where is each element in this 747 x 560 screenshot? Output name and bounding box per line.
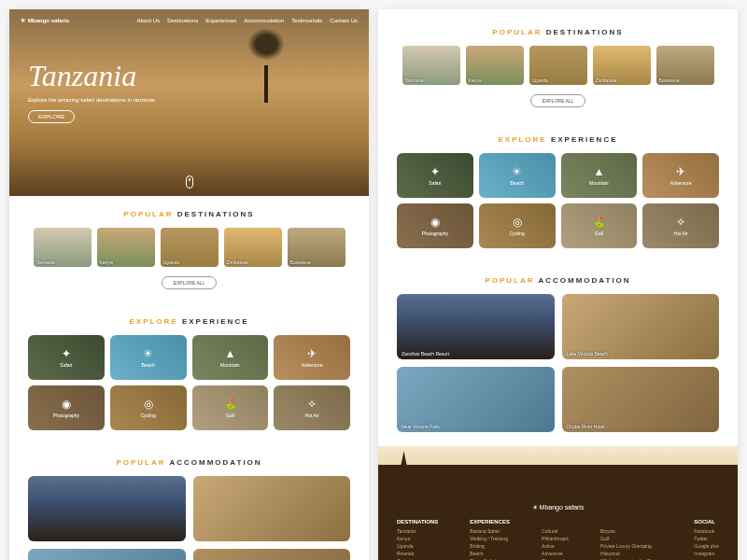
top-nav: ☀Mbango safaris About Us Destinations Ex… xyxy=(9,9,369,31)
footer-col-experiences: EXPERIENCES Banana Safari Walking / Trek… xyxy=(470,519,510,560)
nav-destinations[interactable]: Destinations xyxy=(167,18,198,23)
accommodation-grid: Zanzibar Beach Resort Lake Victoria Beac… xyxy=(397,294,719,432)
mountain-icon: ▲ xyxy=(593,165,604,178)
balloon-icon: ✧ xyxy=(307,398,317,411)
footer-link[interactable]: Beach xyxy=(470,551,510,556)
experience-card-beach[interactable]: ☀Beach xyxy=(110,335,187,380)
footer-link[interactable]: Historical xyxy=(600,551,662,556)
destination-card-zimbabwe[interactable]: Zimbabwe xyxy=(593,46,651,85)
footer-link[interactable]: Kenya xyxy=(397,536,438,541)
golf-icon: ⛳ xyxy=(592,216,606,229)
nav-experiences[interactable]: Experiences xyxy=(205,18,236,23)
nav-contact[interactable]: Contact Us xyxy=(330,18,358,23)
experience-card-adventure[interactable]: ✈Adventure xyxy=(274,335,350,380)
plane-icon: ✈ xyxy=(307,347,317,360)
footer-link[interactable]: Active xyxy=(542,543,569,549)
savanna-silhouette xyxy=(378,465,738,493)
accommodation-card[interactable] xyxy=(28,476,186,541)
accommodation-section-top: POPULAR ACCOMMODATION xyxy=(9,444,369,560)
brand-logo[interactable]: ☀Mbango safaris xyxy=(21,17,69,23)
experience-card-golf[interactable]: ⛳Golf xyxy=(192,385,269,430)
destinations-section-r: POPULAR DESTINATIONS Tanzania Kenya Ugan… xyxy=(378,9,738,121)
experience-card-hotair[interactable]: ✧Hot Air xyxy=(642,203,719,248)
footer-link[interactable]: Bicycle xyxy=(600,528,662,534)
footer-col-experiences3: Bicycle Golf Private Luxury Glamping His… xyxy=(600,519,662,560)
destination-card-zimbabwe[interactable]: Zimbabwe xyxy=(224,228,282,267)
accommodation-card-falls[interactable]: Near Victoria Falls xyxy=(397,367,555,432)
accommodation-title: POPULAR ACCOMMODATION xyxy=(397,276,719,285)
experience-grid: ✦Safari ☀Beach ▲Mountain ✈Adventure ◉Pho… xyxy=(397,153,719,248)
accommodation-section-r: POPULAR ACCOMMODATION Zanzibar Beach Res… xyxy=(378,262,738,446)
destination-card-kenya[interactable]: Kenya xyxy=(466,46,524,85)
accommodation-card-chobe[interactable]: Chobe River Hotel xyxy=(562,367,720,432)
footer-link[interactable]: Uganda xyxy=(397,543,438,549)
destination-card-uganda[interactable]: Uganda xyxy=(161,228,218,267)
footer-link[interactable]: Golf xyxy=(600,536,662,541)
footer-link[interactable]: Facebook xyxy=(694,528,719,534)
experience-card-photography[interactable]: ◉Photography xyxy=(28,385,105,430)
destinations-row: Tanzania Kenya Uganda Zimbabwe Botswana xyxy=(28,228,350,267)
destination-card-botswana[interactable]: Botswana xyxy=(288,228,345,267)
experience-card-hotair[interactable]: ✧Hot Air xyxy=(274,385,350,430)
camera-icon: ◉ xyxy=(430,216,440,229)
experience-grid: ✦Safari ☀Beach ▲Mountain ✈Adventure ◉Pho… xyxy=(28,335,350,430)
page-right: POPULAR DESTINATIONS Tanzania Kenya Ugan… xyxy=(378,9,738,560)
footer-link[interactable]: Cultural xyxy=(542,528,569,534)
experience-card-mountain[interactable]: ▲Mountain xyxy=(561,153,638,198)
destination-card-tanzania[interactable]: Tanzania xyxy=(402,46,460,85)
experience-card-mountain[interactable]: ▲Mountain xyxy=(192,335,269,380)
footer-logo[interactable]: ☀ Mbango safaris xyxy=(397,504,719,511)
experience-card-golf[interactable]: ⛳Golf xyxy=(561,203,638,248)
explore-all-button[interactable]: EXPLORE ALL xyxy=(162,276,218,289)
bicycle-icon: ◎ xyxy=(513,216,522,229)
balloon-icon: ✧ xyxy=(676,216,685,229)
footer-link[interactable]: Rwanda xyxy=(397,551,438,556)
footer-link[interactable]: Birding xyxy=(470,543,510,549)
scroll-indicator-icon xyxy=(186,175,193,189)
experience-card-safari[interactable]: ✦Safari xyxy=(397,153,473,198)
experience-section-r: EXPLORE EXPERIENCE ✦Safari ☀Beach ▲Mount… xyxy=(378,121,738,262)
footer-link[interactable]: Twitter xyxy=(694,536,719,541)
accommodation-card-victoria[interactable]: Lake Victoria Beach xyxy=(562,294,720,359)
binoculars-icon: ✦ xyxy=(430,165,440,178)
explore-all-button[interactable]: EXPLORE ALL xyxy=(530,94,586,107)
destinations-title: POPULAR DESTINATIONS xyxy=(28,210,350,218)
destination-card-kenya[interactable]: Kenya xyxy=(97,228,155,267)
hero-tree-graphic xyxy=(238,28,294,103)
footer-silhouette-scene xyxy=(378,446,738,493)
footer-link[interactable]: Private Luxury Glamping xyxy=(600,543,662,549)
footer-link[interactable]: Adventure xyxy=(542,551,569,556)
accommodation-title: POPULAR ACCOMMODATION xyxy=(28,458,350,467)
accommodation-card[interactable] xyxy=(193,549,351,560)
footer-link[interactable]: Philanthropic xyxy=(542,536,569,541)
experience-card-beach[interactable]: ☀Beach xyxy=(479,153,556,198)
nav-accommodation[interactable]: Accommodation xyxy=(244,18,284,23)
footer: ☀ Mbango safaris DESTINATIONS Tanzania K… xyxy=(378,493,738,560)
footer-link[interactable]: Tanzania xyxy=(397,528,438,534)
footer-link[interactable]: Banana Safari xyxy=(470,528,510,534)
experience-card-cycling[interactable]: ◎Cycling xyxy=(479,203,556,248)
destination-card-tanzania[interactable]: Tanzania xyxy=(34,228,92,267)
accommodation-card-zanzibar[interactable]: Zanzibar Beach Resort xyxy=(397,294,555,359)
footer-link[interactable]: Google plus xyxy=(694,543,719,549)
nav-items: About Us Destinations Experiences Accomm… xyxy=(137,18,358,23)
experience-card-adventure[interactable]: ✈Adventure xyxy=(642,153,719,198)
footer-link[interactable]: Instagram xyxy=(694,551,719,556)
experience-card-photography[interactable]: ◉Photography xyxy=(397,203,473,248)
binoculars-icon: ✦ xyxy=(62,347,71,360)
destinations-title: POPULAR DESTINATIONS xyxy=(397,28,719,36)
destination-card-botswana[interactable]: Botswana xyxy=(656,46,714,85)
logo-icon: ☀ xyxy=(21,17,25,23)
hero-explore-button[interactable]: EXPLORE xyxy=(28,110,75,123)
nav-about[interactable]: About Us xyxy=(137,18,161,23)
experience-card-cycling[interactable]: ◎Cycling xyxy=(110,385,187,430)
footer-link[interactable]: Walking / Trekking xyxy=(470,536,510,541)
accommodation-card[interactable] xyxy=(193,476,351,541)
accommodation-card[interactable] xyxy=(28,549,186,560)
destination-card-uganda[interactable]: Uganda xyxy=(529,46,587,85)
golf-icon: ⛳ xyxy=(223,398,237,411)
mountain-icon: ▲ xyxy=(224,347,235,360)
experience-card-safari[interactable]: ✦Safari xyxy=(28,335,105,380)
footer-col-experiences2: Cultural Philanthropic Active Adventure … xyxy=(542,519,569,560)
nav-testimonials[interactable]: Testimonials xyxy=(291,18,322,23)
